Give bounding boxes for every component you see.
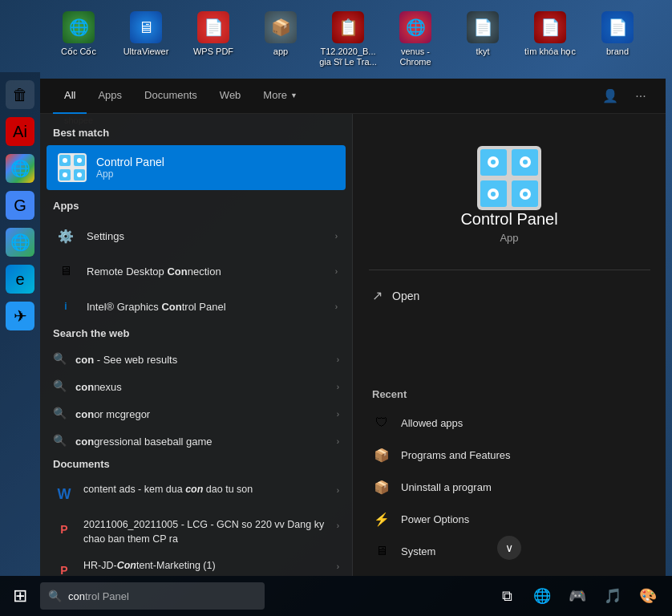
doc-text-1: content ads - kem dua con dao tu son xyxy=(83,483,337,497)
sidebar-tele[interactable]: ✈ xyxy=(6,302,34,330)
web-text-conor: conor mcgregor xyxy=(75,408,337,420)
svg-point-19 xyxy=(523,160,528,164)
recent-power-options[interactable]: ⚡ Power Options xyxy=(353,503,666,535)
settings-arrow: › xyxy=(335,232,338,241)
best-match-title: Control Panel xyxy=(96,156,164,168)
scroll-down-hint[interactable]: ∨ xyxy=(497,536,521,560)
desktop-icons: 🌐 Cốc Cốc 🖥 UltraViewer 📄 WPS PDF 📦 app … xyxy=(40,0,672,72)
taskbar-icon-palette[interactable]: 🎨 xyxy=(634,582,662,610)
taskbar-icon-game[interactable]: 🎮 xyxy=(563,582,592,610)
desktop-icon-venus[interactable]: 🌐 venus - Chrome xyxy=(383,6,447,72)
programs-features-label: Programs and Features xyxy=(401,449,511,461)
svg-point-20 xyxy=(491,192,496,197)
detail-title: Control Panel xyxy=(460,210,557,229)
more-options-icon[interactable]: ··· xyxy=(629,84,653,108)
desktop-icon-app[interactable]: 📦 app xyxy=(249,6,313,62)
doc-text-2: 20211006_20211005 - LCG - GCN so 220 vv … xyxy=(83,518,337,546)
recent-programs-features[interactable]: 📦 Programs and Features xyxy=(353,439,666,471)
intel-icon: i xyxy=(55,295,77,318)
recent-header: Recent xyxy=(353,382,666,407)
svg-point-8 xyxy=(77,172,82,177)
sidebar-chrome[interactable]: 🌐 xyxy=(6,154,34,183)
web-search-congressional[interactable]: 🔍 congressional baseball game › xyxy=(40,428,352,455)
sidebar-google[interactable]: G xyxy=(6,191,34,220)
doc-item-content-ads[interactable]: W content ads - kem dua con dao tu son › xyxy=(40,476,352,512)
doc-arrow-1: › xyxy=(337,486,339,495)
search-icon-4: 🔍 xyxy=(53,434,67,448)
result-settings[interactable]: ⚙️ Settings › xyxy=(42,218,350,253)
tab-documents[interactable]: Documents xyxy=(133,79,208,114)
doc-arrow-2: › xyxy=(337,521,339,530)
start-button[interactable]: ⊞ xyxy=(3,579,37,613)
result-intel-graphics[interactable]: i Intel® Graphics Control Panel › xyxy=(42,289,350,324)
desktop-icon-timkhoahoc[interactable]: 📄 tìm khóa học xyxy=(518,6,582,62)
detail-subtitle: App xyxy=(500,232,518,244)
task-view-icon[interactable]: ⧉ xyxy=(492,582,521,610)
desktop-icon-brand[interactable]: 📄 brand xyxy=(585,6,650,62)
sidebar-adobe[interactable]: Ai xyxy=(6,117,34,146)
open-action[interactable]: ↗ Open xyxy=(353,280,666,311)
tab-web[interactable]: Web xyxy=(208,79,253,114)
sidebar-recycle[interactable]: 🗑 xyxy=(6,80,34,109)
left-sidebar: 🗑 Ai 🌐 G 🌐 e ✈ xyxy=(0,72,40,576)
desktop-icon-tkyt[interactable]: 📄 tkyt xyxy=(451,6,515,62)
recent-allowed-apps[interactable]: 🛡 Allowed apps xyxy=(353,407,666,439)
doc-arrow-3: › xyxy=(337,562,339,571)
programs-features-icon: 📦 xyxy=(372,445,391,464)
desktop-icon-t12[interactable]: 📋 T12.2020_B...gia Sĩ Le Tra... xyxy=(316,6,380,72)
system-icon: 🖥 xyxy=(372,541,391,561)
svg-point-6 xyxy=(77,158,82,163)
control-panel-icon xyxy=(58,153,87,182)
recent-uninstall[interactable]: 📦 Uninstall a program xyxy=(353,471,666,503)
web-search-con[interactable]: 🔍 con - See web results › xyxy=(40,346,352,373)
desktop-icon-wpspdf[interactable]: 📄 WPS PDF xyxy=(181,6,245,62)
web-search-connexus[interactable]: 🔍 connexus › xyxy=(40,373,352,400)
open-icon: ↗ xyxy=(372,288,383,303)
user-icon[interactable]: 👤 xyxy=(598,84,622,108)
sidebar-chrome2[interactable]: 🌐 xyxy=(6,228,34,257)
search-icon-3: 🔍 xyxy=(53,407,67,421)
doc-icon-pdf-3: P xyxy=(53,559,75,576)
tab-all[interactable]: All xyxy=(53,79,87,114)
detail-panel: Control Panel App ↗ Open ∨ Recent 🛡 Allo… xyxy=(353,114,666,576)
best-match-item[interactable]: Control Panel App xyxy=(47,145,346,190)
chevron-down-icon: ▼ xyxy=(290,91,298,99)
remote-desktop-label: Remote Desktop Connection xyxy=(87,265,335,278)
doc-icon-pdf-2: P xyxy=(53,518,75,541)
open-label: Open xyxy=(392,290,419,302)
system-label: System xyxy=(401,545,435,557)
search-icon: 🔍 xyxy=(48,590,62,602)
search-input-text[interactable]: control Panel xyxy=(68,590,129,602)
desktop-icon-coccoc[interactable]: 🌐 Cốc Cốc xyxy=(47,6,111,62)
taskbar-icon-music[interactable]: 🎵 xyxy=(598,582,627,610)
detail-icon-area: Control Panel App xyxy=(444,114,573,260)
settings-label: Settings xyxy=(87,230,335,242)
taskbar-search-box[interactable]: 🔍 control Panel xyxy=(40,582,265,610)
search-icon-1: 🔍 xyxy=(53,352,67,367)
search-results-panel: Best match xyxy=(40,114,353,576)
svg-point-5 xyxy=(63,158,67,163)
desktop: 🌐 Cốc Cốc 🖥 UltraViewer 📄 WPS PDF 📦 app … xyxy=(0,0,672,616)
web-search-conor[interactable]: 🔍 conor mcgregor › xyxy=(40,400,352,428)
best-match-header: Best match xyxy=(40,124,352,145)
doc-item-lcg[interactable]: P 20211006_20211005 - LCG - GCN so 220 v… xyxy=(40,512,352,553)
documents-header: Documents xyxy=(40,455,352,476)
detail-divider xyxy=(369,270,650,270)
result-remote-desktop[interactable]: 🖥 Remote Desktop Connection › xyxy=(42,253,350,289)
desktop-icon-ultraviewer[interactable]: 🖥 UltraViewer xyxy=(114,6,178,62)
best-match-subtitle: App xyxy=(96,168,164,180)
taskbar-icon-browser[interactable]: 🌐 xyxy=(528,582,557,610)
web-text-congressional: congressional baseball game xyxy=(75,436,337,448)
uninstall-label: Uninstall a program xyxy=(401,481,492,493)
tab-apps[interactable]: Apps xyxy=(87,79,133,114)
control-panel-detail-icon xyxy=(477,146,541,210)
tab-more[interactable]: More ▼ xyxy=(252,79,309,114)
allowed-apps-icon: 🛡 xyxy=(372,413,391,432)
svg-point-21 xyxy=(523,192,528,197)
sidebar-edge[interactable]: e xyxy=(6,265,34,294)
doc-icon-word-1: W xyxy=(53,483,75,505)
svg-point-7 xyxy=(63,172,67,177)
doc-item-hr-jd[interactable]: P HR-JD-Content-Marketing (1) › xyxy=(40,553,352,576)
taskbar: ⊞ 🔍 control Panel ⧉ 🌐 🎮 🎵 🎨 xyxy=(0,576,672,616)
intel-label: Intel® Graphics Control Panel xyxy=(87,301,335,313)
